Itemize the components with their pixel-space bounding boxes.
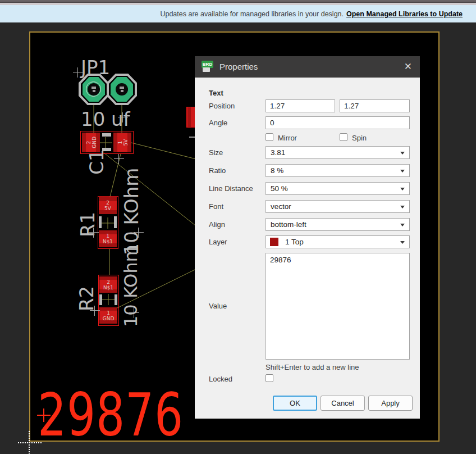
dialog-body: Text Position Angle Mirror Spin Size 3.8… [195,78,420,419]
angle-input[interactable] [266,116,410,129]
chevron-down-icon [400,224,405,226]
close-icon[interactable]: ✕ [404,61,412,72]
size-label: Size [209,148,223,157]
ratio-label: Ratio [209,166,226,175]
line-distance-label: Line Distance [209,184,253,193]
layer-color-swatch [270,238,278,246]
drill-hole [116,83,128,96]
line-distance-dropdown[interactable]: 50 % [266,182,410,195]
managed-libraries-notification-bar: Updates are available for managed librar… [0,5,476,22]
value-textarea[interactable]: 29876 [266,253,410,360]
apply-button[interactable]: Apply [368,396,413,411]
chevron-down-icon [400,170,405,172]
ok-button[interactable]: OK [273,396,317,411]
crosshair-r1-left [89,228,99,238]
chevron-down-icon [400,241,405,244]
mirror-label: Mirror [278,134,297,142]
size-dropdown[interactable]: 3.81 [266,146,410,159]
locked-label: Locked [209,375,232,383]
r1-pad-n1[interactable]: 1N$1 [99,230,117,247]
crosshair-10uf [118,112,128,122]
position-y-input[interactable] [340,99,410,112]
position-x-input[interactable] [266,99,335,112]
cancel-button[interactable]: Cancel [321,396,365,411]
value-label: Value [209,302,227,310]
font-dropdown[interactable]: vector [266,200,410,213]
brd-file-icon: BRD [202,61,215,73]
align-dropdown[interactable]: bottom-left [266,218,410,231]
angle-label: Angle [209,119,227,127]
component-name-c1[interactable]: C1 [85,151,104,175]
properties-dialog: BRD Properties ✕ Text Position Angle Mir… [195,56,420,419]
jp1-pad-2[interactable] [107,74,137,105]
chevron-down-icon [400,188,405,190]
chevron-down-icon [400,152,405,155]
align-label: Align [209,220,225,229]
mirror-checkbox[interactable] [266,133,273,141]
shift-enter-hint: Shift+Enter to add a new line [266,363,359,371]
notification-message: Updates are available for managed librar… [160,10,344,18]
chevron-down-icon [400,206,405,208]
dialog-titlebar[interactable]: BRD Properties ✕ [195,56,420,78]
jp1-pad-1[interactable] [79,74,109,105]
r1-pad-5v[interactable]: 25V [99,197,117,214]
crosshair-r2-left [90,306,100,316]
dialog-title: Properties [219,62,258,71]
r2-pad-gnd[interactable]: 1GND [99,307,117,324]
component-value-r2[interactable]: 10 KOhm [120,237,138,327]
layer-dropdown[interactable]: 1 Top [266,235,410,248]
ratio-dropdown[interactable]: 8 % [266,164,410,177]
locked-checkbox[interactable] [266,374,273,382]
section-heading-text: Text [209,89,223,97]
drill-hole [88,83,100,96]
font-label: Font [209,202,223,211]
board-text-29876[interactable]: 29876 [38,385,184,445]
origin-crosshair-h [18,442,42,443]
spin-checkbox[interactable] [340,133,347,141]
origin-crosshair-v [29,431,30,454]
crosshair-text-origin [37,408,51,422]
open-managed-libraries-link[interactable]: Open Managed Libraries to Update [346,10,463,18]
layer-label: Layer [209,238,227,246]
r2-pad-n1[interactable]: 2N$1 [99,276,117,293]
c1-pad-5v[interactable]: 15V [113,133,131,152]
spin-label: Spin [352,134,367,142]
position-label: Position [209,102,235,110]
